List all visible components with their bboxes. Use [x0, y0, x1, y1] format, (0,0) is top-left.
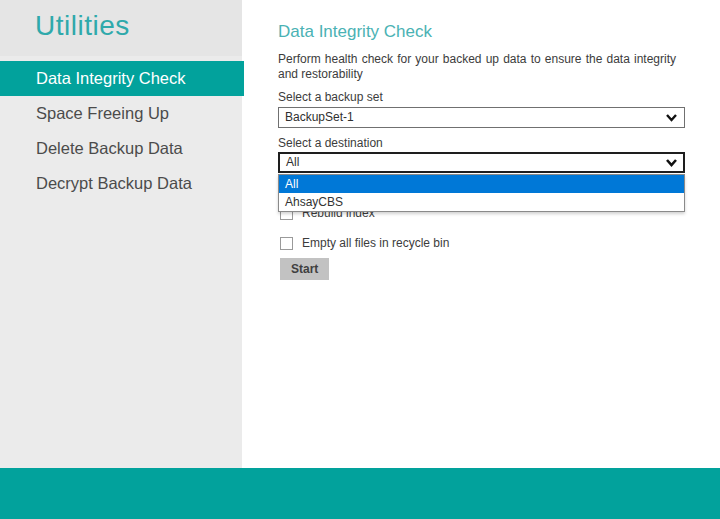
- backup-set-select[interactable]: BackupSet-1: [278, 107, 685, 128]
- empty-recycle-bin-checkbox[interactable]: [280, 237, 293, 250]
- chevron-down-icon[interactable]: [664, 155, 679, 170]
- sidebar-item-decrypt-backup-data[interactable]: Decrypt Backup Data: [0, 166, 242, 201]
- backup-set-label: Select a backup set: [278, 90, 383, 104]
- sidebar-item-space-freeing-up[interactable]: Space Freeing Up: [0, 96, 242, 131]
- empty-recycle-bin-label: Empty all files in recycle bin: [302, 236, 449, 250]
- chevron-down-icon[interactable]: [664, 110, 679, 125]
- sidebar-title: Utilities: [35, 10, 130, 42]
- destination-dropdown-list: All AhsayCBS: [278, 174, 685, 212]
- sidebar-item-data-integrity-check[interactable]: Data Integrity Check: [0, 61, 244, 96]
- dropdown-option-ahsaycbs[interactable]: AhsayCBS: [279, 193, 684, 211]
- destination-selected-value: All: [286, 155, 299, 169]
- sidebar-menu: Data Integrity Check Space Freeing Up De…: [0, 61, 242, 201]
- page-title: Data Integrity Check: [278, 22, 432, 42]
- destination-select[interactable]: All: [278, 152, 685, 173]
- start-button[interactable]: Start: [280, 258, 329, 280]
- dropdown-option-all[interactable]: All: [279, 175, 684, 193]
- page-description: Perform health check for your backed up …: [278, 52, 676, 82]
- sidebar: Utilities Data Integrity Check Space Fre…: [0, 0, 242, 468]
- backup-set-selected-value: BackupSet-1: [285, 110, 354, 124]
- sidebar-item-delete-backup-data[interactable]: Delete Backup Data: [0, 131, 242, 166]
- footer-bar: Close Help: [0, 468, 720, 519]
- empty-recycle-bin-row[interactable]: Empty all files in recycle bin: [280, 236, 449, 250]
- destination-label: Select a destination: [278, 136, 383, 150]
